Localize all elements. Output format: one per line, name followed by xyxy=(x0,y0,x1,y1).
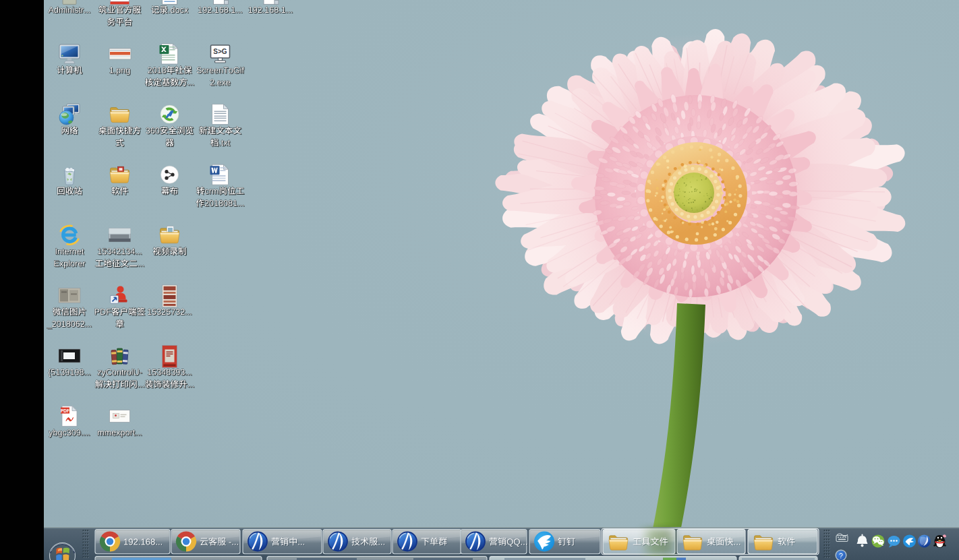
svg-text:S>G: S>G xyxy=(213,48,227,55)
svg-text:PDF: PDF xyxy=(61,408,69,413)
